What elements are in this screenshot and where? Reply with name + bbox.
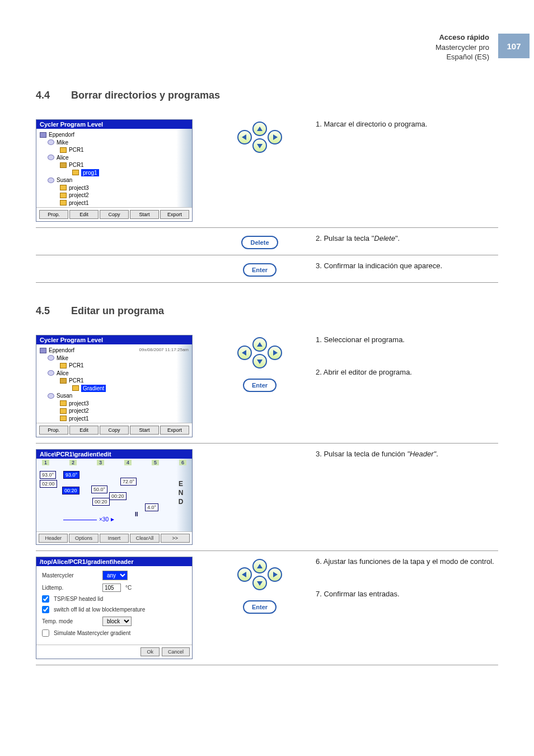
- end-label: END: [177, 480, 184, 507]
- step-44-2b: ".: [395, 234, 400, 242]
- step-45-1: 1. Seleccionar el programa.: [316, 335, 498, 345]
- arrow-up-icon[interactable]: [252, 337, 267, 352]
- arrow-right-icon[interactable]: [268, 567, 282, 582]
- page-number: 107: [498, 34, 530, 58]
- temp-93-b[interactable]: 93.0°: [63, 471, 79, 479]
- editor-next-button[interactable]: >>: [161, 534, 190, 543]
- panel1-start-button[interactable]: Start: [130, 210, 159, 219]
- step-45-3i: "Header": [407, 450, 436, 458]
- panel2-start-button[interactable]: Start: [130, 426, 159, 435]
- root-icon: [40, 348, 46, 353]
- hdr-tm-select[interactable]: block: [102, 617, 132, 626]
- arrow-down-icon[interactable]: [252, 138, 267, 153]
- tree2-mike-pcr1[interactable]: PCR1: [69, 362, 84, 370]
- program-icon: [72, 385, 79, 391]
- user-icon: [48, 155, 54, 160]
- arrow-right-icon[interactable]: [268, 346, 282, 360]
- tree2-alice-pcr1[interactable]: PCR1: [69, 377, 84, 385]
- tree-user-susan[interactable]: Susan: [57, 176, 72, 184]
- user-icon: [48, 370, 54, 376]
- arrow-left-icon[interactable]: [237, 567, 252, 582]
- enter-button[interactable]: Enter: [243, 600, 277, 614]
- panel1-copy-button[interactable]: Copy: [100, 210, 129, 219]
- tree2-susan-p3[interactable]: project3: [69, 400, 89, 408]
- hdr-ok-button[interactable]: Ok: [140, 647, 160, 656]
- editor-header-button[interactable]: Header: [39, 534, 68, 543]
- step-45-3b: .: [436, 450, 438, 458]
- arrow-left-icon[interactable]: [237, 346, 252, 360]
- folder-icon: [60, 416, 67, 421]
- tree2-mike[interactable]: Mike: [57, 354, 68, 362]
- seg-3: 3: [97, 460, 104, 465]
- seg-5: 5: [152, 460, 159, 465]
- arrow-up-icon[interactable]: [252, 122, 267, 136]
- editor-panel: Alice\PCR1\gradient\edit 1 2 3 4 5 6 93.…: [36, 449, 193, 545]
- editor-title: Alice\PCR1\gradient\edit: [36, 450, 192, 459]
- panel2-edit-button[interactable]: Edit: [69, 426, 99, 435]
- tree2-susan-p1[interactable]: project1: [69, 415, 89, 423]
- editor-options-button[interactable]: Options: [69, 534, 98, 543]
- arrow-left-icon[interactable]: [237, 130, 252, 144]
- tree-prog1-selected[interactable]: prog1: [81, 169, 99, 177]
- tree2-alice[interactable]: Alice: [57, 370, 69, 377]
- tree-user-mike[interactable]: Mike: [57, 139, 68, 147]
- hdr-cb1-label: TSP/ESP heated lid: [54, 596, 103, 602]
- hdr-cancel-button[interactable]: Cancel: [162, 647, 190, 656]
- page-header: Acceso rápido Mastercycler pro Español (…: [435, 32, 489, 62]
- time-0020-a[interactable]: 00:20: [62, 487, 79, 494]
- user-icon: [48, 139, 54, 145]
- section-4-5-heading: 4.5 Editar un programa: [36, 305, 498, 317]
- temp-93-a[interactable]: 93.0°: [40, 471, 56, 479]
- hdr-lid-unit: °C: [125, 585, 132, 591]
- seg-6: 6: [179, 460, 186, 465]
- folder-icon: [60, 363, 67, 368]
- time-0020-b[interactable]: 00:20: [109, 492, 127, 500]
- tree-susan-p2[interactable]: project2: [69, 192, 89, 199]
- panel2-copy-button[interactable]: Copy: [100, 426, 129, 435]
- seg-4: 4: [124, 460, 132, 465]
- step-45-7: 7. Confirmar las entradas.: [316, 589, 498, 599]
- step-44-2i: Delete: [374, 234, 395, 242]
- arrow-up-icon[interactable]: [252, 559, 267, 573]
- step-45-3: 3. Pulsar la tecla de función "Header".: [316, 449, 498, 459]
- time-0200[interactable]: 02:00: [40, 480, 57, 488]
- editor-insert-button[interactable]: Insert: [100, 534, 129, 543]
- hdr-cb3[interactable]: [42, 629, 49, 637]
- hdr-cb2[interactable]: [42, 606, 49, 613]
- hdr-cb2-label: switch off lid at low blocktemperature: [54, 606, 145, 613]
- time-0020-c[interactable]: 00:20: [92, 498, 110, 506]
- header-line2: Mastercycler pro: [435, 43, 489, 53]
- header-line1: Acceso rápido: [435, 32, 489, 43]
- enter-button[interactable]: Enter: [243, 379, 277, 392]
- tree-user-alice[interactable]: Alice: [57, 154, 69, 162]
- arrow-down-icon[interactable]: [252, 354, 267, 368]
- temp-4[interactable]: 4.0°: [145, 503, 158, 511]
- tree-susan-p1[interactable]: project1: [69, 199, 89, 207]
- folder-icon: [60, 185, 67, 190]
- delete-button[interactable]: Delete: [241, 236, 278, 249]
- panel2-prop-button[interactable]: Prop.: [39, 426, 68, 435]
- tree2-gradient-selected[interactable]: Gradient: [81, 385, 106, 393]
- tree-alice-pcr1[interactable]: PCR1: [69, 161, 84, 169]
- user-icon: [48, 393, 54, 399]
- step-44-1: 1. Marcar el directorio o programa.: [316, 119, 498, 129]
- editor-clearall-button[interactable]: ClearAll: [130, 534, 159, 543]
- tree-mike-pcr1[interactable]: PCR1: [69, 146, 84, 154]
- panel2-export-button[interactable]: Export: [160, 426, 189, 435]
- enter-button[interactable]: Enter: [243, 263, 277, 277]
- tree-susan-p3[interactable]: project3: [69, 184, 89, 192]
- tree2-susan-p2[interactable]: project2: [69, 407, 89, 415]
- seg-2: 2: [69, 460, 77, 465]
- arrow-right-icon[interactable]: [268, 130, 282, 144]
- hdr-lid-input[interactable]: [102, 584, 121, 592]
- panel1-edit-button[interactable]: Edit: [69, 210, 99, 219]
- tree2-susan[interactable]: Susan: [57, 392, 72, 400]
- temp-50[interactable]: 50.0°: [91, 486, 107, 493]
- tree-root: Eppendorf: [49, 131, 74, 139]
- temp-72[interactable]: 72.0°: [120, 478, 137, 486]
- panel1-prop-button[interactable]: Prop.: [39, 210, 68, 219]
- hdr-cb1[interactable]: [42, 595, 49, 603]
- panel1-export-button[interactable]: Export: [160, 210, 189, 219]
- hdr-mc-select[interactable]: any: [102, 571, 128, 580]
- arrow-down-icon[interactable]: [252, 576, 267, 590]
